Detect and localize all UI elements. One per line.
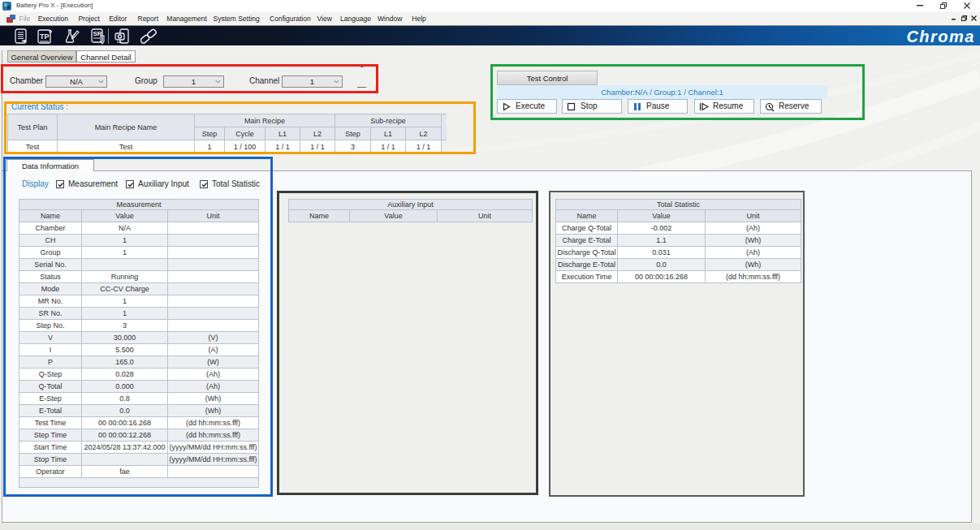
svg-text:TP: TP (40, 32, 50, 41)
